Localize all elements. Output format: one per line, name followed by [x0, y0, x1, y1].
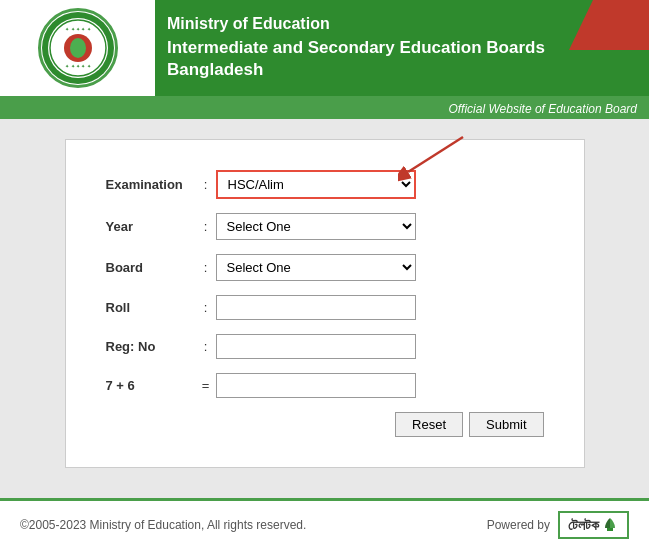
header-corner-decoration — [569, 0, 649, 50]
board-subtitle: Intermediate and Secondary Education Boa… — [167, 37, 637, 81]
examination-control: HSC/Alim — [216, 170, 416, 199]
board-separator: : — [196, 260, 216, 275]
svg-line-8 — [408, 137, 463, 172]
teletalk-text: টেলটক — [568, 517, 599, 534]
logo-circle: ✦ ✦ ✦ ✦ ✦ ✦ ✦ ✦ ✦ ✦ — [38, 8, 118, 88]
examination-row: Examination : HSC/Alim — [106, 170, 544, 199]
examination-label: Examination — [106, 177, 196, 192]
buttons-row: Reset Submit — [106, 412, 544, 437]
roll-row: Roll : — [106, 295, 544, 320]
logo-area: ✦ ✦ ✦ ✦ ✦ ✦ ✦ ✦ ✦ ✦ — [0, 0, 155, 96]
svg-point-4 — [70, 38, 86, 58]
board-control: Select One — [216, 254, 416, 281]
svg-text:✦ ✦ ✦ ✦ ✦: ✦ ✦ ✦ ✦ ✦ — [65, 26, 91, 32]
captcha-separator: = — [196, 378, 216, 393]
roll-label: Roll — [106, 300, 196, 315]
reg-row: Reg: No : — [106, 334, 544, 359]
roll-separator: : — [196, 300, 216, 315]
year-label: Year — [106, 219, 196, 234]
year-row: Year : Select One — [106, 213, 544, 240]
reg-separator: : — [196, 339, 216, 354]
board-select[interactable]: Select One — [216, 254, 416, 281]
svg-text:✦ ✦ ✦ ✦ ✦: ✦ ✦ ✦ ✦ ✦ — [65, 63, 91, 69]
year-separator: : — [196, 219, 216, 234]
captcha-input[interactable] — [216, 373, 416, 398]
year-select[interactable]: Select One — [216, 213, 416, 240]
main-content: Examination : HSC/Alim Year — [0, 119, 649, 499]
roll-input[interactable] — [216, 295, 416, 320]
teletalk-icon — [601, 516, 619, 534]
board-label: Board — [106, 260, 196, 275]
ministry-title: Ministry of Education — [167, 15, 637, 33]
footer-right: Powered by টেলটক — [487, 511, 629, 539]
captcha-control — [216, 373, 416, 398]
svg-rect-9 — [607, 528, 613, 531]
footer-copyright: ©2005-2023 Ministry of Education, All ri… — [20, 518, 306, 532]
header: ✦ ✦ ✦ ✦ ✦ ✦ ✦ ✦ ✦ ✦ Ministry of Educatio… — [0, 0, 649, 99]
official-bar: Official Website of Education Board — [0, 99, 649, 119]
form-container: Examination : HSC/Alim Year — [65, 139, 585, 468]
reg-control — [216, 334, 416, 359]
submit-button[interactable]: Submit — [469, 412, 543, 437]
footer: ©2005-2023 Ministry of Education, All ri… — [0, 498, 649, 549]
captcha-row: 7 + 6 = — [106, 373, 544, 398]
reg-input[interactable] — [216, 334, 416, 359]
teletalk-brand: টেলটক — [558, 511, 629, 539]
captcha-label: 7 + 6 — [106, 378, 196, 393]
year-control: Select One — [216, 213, 416, 240]
board-row: Board : Select One — [106, 254, 544, 281]
examination-separator: : — [196, 177, 216, 192]
examination-select[interactable]: HSC/Alim — [216, 170, 416, 199]
reset-button[interactable]: Reset — [395, 412, 463, 437]
header-text-area: Ministry of Education Intermediate and S… — [155, 0, 649, 96]
official-website-text: Official Website of Education Board — [448, 102, 637, 116]
roll-control — [216, 295, 416, 320]
reg-label: Reg: No — [106, 339, 196, 354]
powered-by-text: Powered by — [487, 518, 550, 532]
